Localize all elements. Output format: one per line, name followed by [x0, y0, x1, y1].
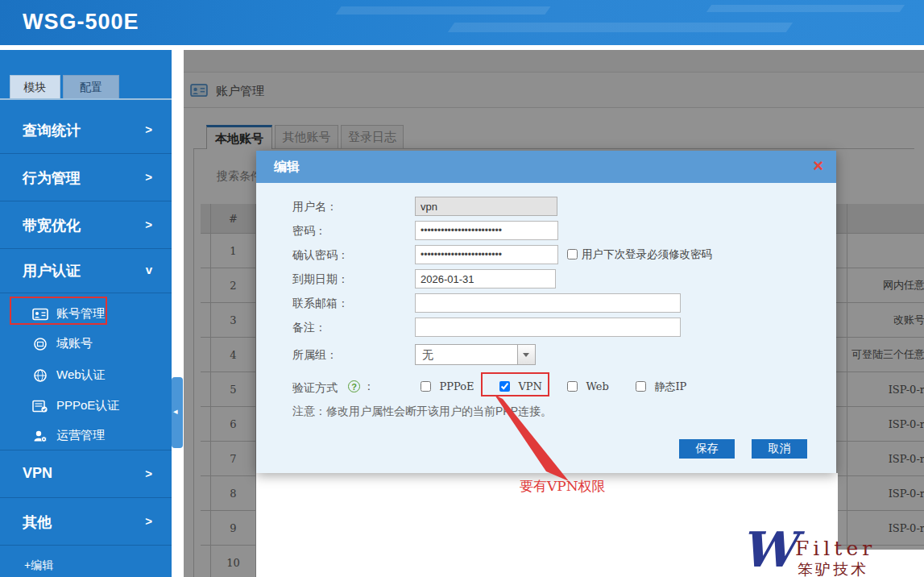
- watermark: W Filter 笨驴技术: [737, 525, 914, 577]
- sidebar-item-other[interactable]: 其他 >: [0, 499, 172, 546]
- username-field[interactable]: [415, 197, 557, 216]
- auth-method-label: 验证方式: [292, 381, 338, 396]
- cancel-button[interactable]: 取消: [752, 439, 807, 459]
- web-checkbox-label[interactable]: Web: [586, 380, 608, 392]
- sidebar-gap: [172, 50, 184, 577]
- dialog-notice: 注意：修改用户属性会断开该用户的当前PPP连接。: [292, 405, 552, 419]
- watermark-brand: Filter: [795, 537, 876, 560]
- globe-icon: [32, 368, 48, 383]
- chevron-right-icon: >: [145, 218, 152, 231]
- chevron-right-icon: >: [145, 514, 152, 528]
- help-icon[interactable]: ?: [348, 380, 360, 392]
- web-checkbox[interactable]: [567, 381, 578, 392]
- sidebar-item-web-auth[interactable]: Web认证: [0, 361, 172, 390]
- select-dropdown-button[interactable]: [517, 345, 535, 364]
- sidebar-tabbar: 模块 配置: [0, 75, 172, 100]
- confirm-password-field[interactable]: [415, 245, 558, 264]
- sidebar-item-vpn[interactable]: VPN >: [0, 451, 172, 498]
- sidebar-submenu-user-auth: 账号管理 域账号 Web认证 PPPoE认证 运营管理: [0, 293, 172, 450]
- contact-email-label: 联系邮箱：: [292, 297, 349, 311]
- contact-email-field[interactable]: [415, 293, 681, 313]
- chevron-right-icon: >: [145, 170, 152, 184]
- dialog-header: 编辑 ×: [256, 151, 836, 183]
- vpn-checkbox-label[interactable]: VPN: [518, 380, 542, 392]
- edit-user-dialog: 编辑 × 用户名： 密码： 确认密码： 用户下次登录必须修改密码 到期日期： 联…: [256, 151, 836, 473]
- sidebar-tab-modules[interactable]: 模块: [10, 75, 60, 98]
- header-decoration: [706, 5, 905, 12]
- username-label: 用户名：: [292, 200, 338, 214]
- note-field[interactable]: [415, 318, 681, 337]
- watermark-subtitle: 笨驴技术: [798, 559, 868, 577]
- sidebar-item-user-auth[interactable]: 用户认证 v: [0, 250, 172, 293]
- dialog-title: 编辑: [274, 159, 300, 176]
- sidebar-item-edit[interactable]: +编辑: [0, 558, 172, 577]
- expiry-date-field[interactable]: [415, 269, 556, 288]
- sidebar-item-query-stats[interactable]: 查询统计 >: [0, 107, 172, 154]
- force-password-change-checkbox[interactable]: [567, 249, 578, 259]
- auth-option-pppoe: PPPoE: [421, 379, 474, 393]
- watermark-logo: W: [741, 525, 795, 574]
- doc-check-icon: [32, 399, 48, 413]
- operator-person-icon: [32, 429, 48, 443]
- chevron-down-icon: [523, 353, 529, 357]
- chevron-left-icon: ◂: [173, 406, 178, 417]
- annotation-text: 要有VPN权限: [520, 477, 606, 496]
- note-label: 备注：: [292, 321, 326, 335]
- chevron-right-icon: >: [145, 467, 152, 480]
- expiry-date-label: 到期日期：: [292, 272, 349, 287]
- domain-account-icon: [32, 337, 48, 351]
- group-label: 所属组：: [292, 348, 338, 363]
- close-icon[interactable]: ×: [813, 156, 823, 176]
- group-select-value: 无: [422, 348, 433, 363]
- sidebar-item-operation-mgmt[interactable]: 运营管理: [0, 421, 172, 450]
- sidebar-item-behavior-mgmt[interactable]: 行为管理 >: [0, 155, 172, 201]
- wsg-500e-app: WSG-500E 模块 配置 查询统计 > 行为管理 > 带宽优化 > 用户认证…: [0, 0, 924, 577]
- sidebar-item-account-mgmt[interactable]: 账号管理: [0, 300, 172, 329]
- group-select[interactable]: 无: [415, 344, 536, 365]
- force-password-change-label: 用户下次登录必须修改密码: [582, 247, 712, 262]
- header-decoration: [335, 6, 550, 15]
- chevron-down-icon: v: [146, 263, 152, 276]
- auth-option-static-ip: 静态IP: [636, 379, 686, 394]
- confirm-password-label: 确认密码：: [292, 248, 349, 263]
- app-title: WSG-500E: [23, 10, 139, 35]
- password-field[interactable]: [415, 221, 558, 240]
- sidebar-item-pppoe-auth[interactable]: PPPoE认证: [0, 392, 172, 421]
- app-header: WSG-500E: [0, 0, 924, 48]
- id-card-icon: [32, 307, 48, 322]
- sidebar-item-bandwidth-opt[interactable]: 带宽优化 >: [0, 202, 172, 249]
- header-decoration: [448, 23, 793, 32]
- password-label: 密码：: [292, 224, 326, 239]
- chevron-right-icon: >: [145, 122, 152, 136]
- save-button[interactable]: 保存: [679, 439, 735, 459]
- auth-option-web: Web: [567, 379, 609, 393]
- sidebar-collapse-handle[interactable]: ◂: [172, 377, 183, 448]
- pppoe-checkbox-label[interactable]: PPPoE: [439, 380, 474, 392]
- static-ip-checkbox-label[interactable]: 静态IP: [654, 380, 686, 392]
- vpn-checkbox[interactable]: [499, 381, 510, 392]
- auth-option-vpn: VPN: [499, 379, 542, 393]
- static-ip-checkbox[interactable]: [636, 381, 646, 392]
- pppoe-checkbox[interactable]: [421, 381, 431, 392]
- sidebar-item-domain-account[interactable]: 域账号: [0, 330, 172, 359]
- sidebar-tab-config[interactable]: 配置: [63, 75, 119, 98]
- sidebar: 模块 配置 查询统计 > 行为管理 > 带宽优化 > 用户认证 v 账号管理: [0, 50, 172, 577]
